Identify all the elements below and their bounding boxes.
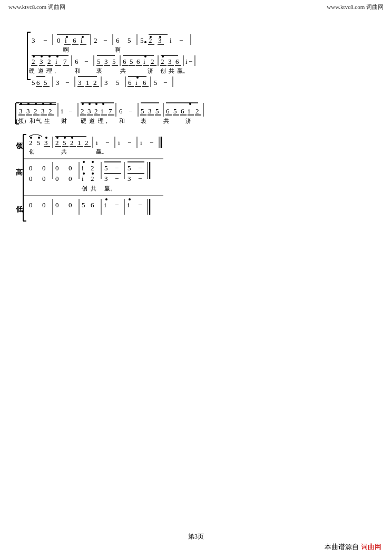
svg-text:2: 2 xyxy=(32,57,35,65)
svg-point-255 xyxy=(83,161,85,163)
svg-text:i: i xyxy=(188,107,190,115)
brand-text: 本曲谱源自 xyxy=(325,542,359,552)
svg-text:−: − xyxy=(138,164,142,172)
score-svg: text { font-family: 'Times New Roman', '… xyxy=(0,12,392,518)
svg-text:气: 气 xyxy=(36,118,42,124)
svg-text:5: 5 xyxy=(32,79,35,87)
svg-text:2: 2 xyxy=(151,57,154,65)
svg-text:衷: 衷 xyxy=(96,68,102,74)
svg-text:0: 0 xyxy=(29,175,33,183)
svg-text:i: i xyxy=(185,57,188,65)
svg-text:高: 高 xyxy=(16,168,23,176)
svg-text:−: − xyxy=(129,107,132,115)
svg-text:5: 5 xyxy=(97,57,101,65)
svg-text:2: 2 xyxy=(29,139,33,147)
svg-text:共: 共 xyxy=(61,148,67,155)
svg-text:−: − xyxy=(163,79,167,87)
svg-text:2: 2 xyxy=(195,107,199,115)
svg-text:5: 5 xyxy=(141,107,144,115)
svg-point-79 xyxy=(162,55,164,57)
svg-text:1: 1 xyxy=(86,79,90,87)
svg-text:共: 共 xyxy=(120,68,126,74)
svg-text:啊: 啊 xyxy=(63,46,69,53)
footer-brand: 本曲谱源自 词曲网 xyxy=(325,542,381,552)
header-left: www.ktvc8.com 词曲网 xyxy=(8,3,65,11)
svg-text:3: 3 xyxy=(40,57,43,65)
svg-text:6: 6 xyxy=(119,107,123,115)
svg-text:5: 5 xyxy=(128,36,131,44)
svg-text:6: 6 xyxy=(136,57,140,65)
svg-text:2: 2 xyxy=(161,57,164,65)
svg-text:6: 6 xyxy=(75,57,79,65)
svg-text:2: 2 xyxy=(91,164,94,172)
svg-text:创: 创 xyxy=(29,148,35,155)
svg-text:6: 6 xyxy=(128,79,132,87)
svg-text:2: 2 xyxy=(94,107,98,115)
svg-text:5: 5 xyxy=(173,107,177,115)
svg-text:2: 2 xyxy=(55,139,59,147)
svg-text:(领）和: (领）和 xyxy=(16,118,35,124)
svg-text:−: − xyxy=(138,201,142,209)
svg-point-212 xyxy=(30,137,32,139)
svg-text:−: − xyxy=(103,36,107,44)
svg-text:3: 3 xyxy=(32,36,35,44)
svg-text:5: 5 xyxy=(44,79,47,87)
brand-site: 词曲网 xyxy=(361,542,381,552)
svg-text:6: 6 xyxy=(91,201,94,209)
svg-text:−: − xyxy=(128,139,131,147)
svg-text:i: i xyxy=(101,107,103,115)
svg-text:i: i xyxy=(135,79,138,87)
svg-text:7: 7 xyxy=(63,57,67,65)
svg-point-45 xyxy=(48,55,51,57)
svg-text:3: 3 xyxy=(44,139,48,147)
svg-text:啊: 啊 xyxy=(115,46,121,53)
svg-point-224 xyxy=(64,137,66,139)
svg-point-214 xyxy=(38,137,40,139)
svg-text:6: 6 xyxy=(166,107,170,115)
svg-text:理，: 理， xyxy=(46,68,58,74)
svg-text:3: 3 xyxy=(104,79,108,87)
svg-text:0: 0 xyxy=(29,164,33,172)
svg-text:i: i xyxy=(143,57,145,65)
svg-text:0: 0 xyxy=(55,201,59,209)
svg-text:3: 3 xyxy=(168,57,172,65)
score-page: www.ktvc8.com 词曲网 www.ktvc8.com 词曲网 text… xyxy=(0,0,392,557)
svg-text:i: i xyxy=(140,139,142,147)
svg-text:3: 3 xyxy=(148,107,152,115)
svg-text:道: 道 xyxy=(89,118,95,124)
svg-text:3: 3 xyxy=(56,79,60,87)
svg-text:i: i xyxy=(55,57,57,65)
svg-text:−: − xyxy=(179,36,183,44)
svg-text:5: 5 xyxy=(140,36,144,44)
svg-text:−: − xyxy=(115,164,119,172)
svg-text:理，: 理， xyxy=(98,118,110,124)
svg-point-161 xyxy=(89,103,91,105)
svg-text:生: 生 xyxy=(44,118,50,124)
svg-point-48 xyxy=(56,55,58,57)
svg-text:3: 3 xyxy=(104,175,108,183)
svg-text:i: i xyxy=(82,164,84,172)
svg-point-24 xyxy=(144,41,146,43)
svg-text:硬: 硬 xyxy=(29,68,35,74)
svg-point-216 xyxy=(45,137,47,139)
svg-text:6: 6 xyxy=(116,36,120,44)
svg-text:5: 5 xyxy=(155,107,159,115)
svg-text:5: 5 xyxy=(112,57,116,65)
svg-text:i: i xyxy=(118,139,120,147)
svg-text:赢。: 赢。 xyxy=(177,68,189,74)
svg-text:财: 财 xyxy=(61,118,67,124)
svg-point-191 xyxy=(189,103,191,105)
svg-text:5: 5 xyxy=(116,79,120,87)
svg-text:0: 0 xyxy=(68,201,72,209)
svg-text:0: 0 xyxy=(42,175,46,183)
footer: 第3页 xyxy=(0,532,392,541)
svg-text:−: − xyxy=(115,201,119,209)
svg-text:3: 3 xyxy=(104,57,108,65)
svg-point-141 xyxy=(27,103,30,105)
svg-point-14 xyxy=(82,36,84,38)
svg-point-30 xyxy=(159,36,161,38)
svg-text:3: 3 xyxy=(19,107,23,115)
svg-text:5: 5 xyxy=(128,164,131,172)
svg-point-273 xyxy=(83,172,85,175)
svg-text:道: 道 xyxy=(38,68,44,74)
